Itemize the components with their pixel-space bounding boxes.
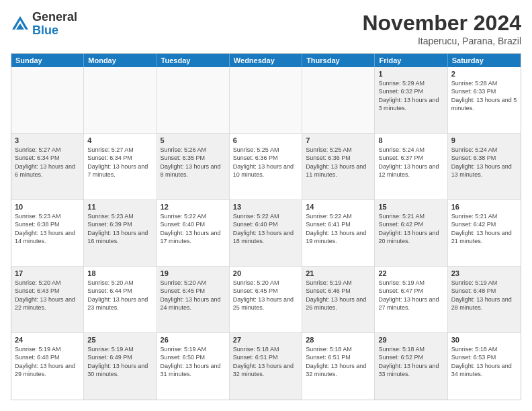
day-info: Sunrise: 5:20 AM Sunset: 6:45 PM Dayligh… (233, 279, 298, 312)
calendar-row: 3Sunrise: 5:27 AM Sunset: 6:34 PM Daylig… (11, 134, 521, 200)
calendar-cell: 28Sunrise: 5:18 AM Sunset: 6:51 PM Dayli… (302, 333, 375, 400)
day-number: 24 (15, 335, 80, 345)
day-of-week-header: Tuesday (157, 54, 230, 67)
title-block: November 2024 Itaperucu, Parana, Brazil (362, 11, 521, 46)
calendar-cell (230, 67, 302, 133)
calendar-cell: 19Sunrise: 5:20 AM Sunset: 6:45 PM Dayli… (157, 267, 230, 332)
day-info: Sunrise: 5:29 AM Sunset: 6:32 PM Dayligh… (378, 79, 443, 112)
day-number: 16 (451, 202, 517, 212)
day-number: 30 (451, 335, 517, 345)
calendar-cell: 14Sunrise: 5:22 AM Sunset: 6:41 PM Dayli… (302, 200, 375, 266)
calendar-cell: 23Sunrise: 5:19 AM Sunset: 6:48 PM Dayli… (448, 267, 521, 332)
calendar-cell: 1Sunrise: 5:29 AM Sunset: 6:32 PM Daylig… (375, 67, 447, 133)
day-info: Sunrise: 5:22 AM Sunset: 6:40 PM Dayligh… (233, 212, 298, 245)
calendar-cell (302, 67, 375, 133)
calendar-row: 1Sunrise: 5:29 AM Sunset: 6:32 PM Daylig… (11, 67, 521, 134)
calendar-cell: 18Sunrise: 5:20 AM Sunset: 6:44 PM Dayli… (84, 267, 157, 332)
day-number: 5 (161, 136, 226, 145)
calendar-cell: 3Sunrise: 5:27 AM Sunset: 6:34 PM Daylig… (11, 134, 84, 199)
day-info: Sunrise: 5:25 AM Sunset: 6:36 PM Dayligh… (233, 146, 298, 179)
day-info: Sunrise: 5:20 AM Sunset: 6:44 PM Dayligh… (87, 279, 152, 312)
day-info: Sunrise: 5:18 AM Sunset: 6:53 PM Dayligh… (451, 345, 517, 378)
day-number: 17 (15, 269, 80, 278)
day-info: Sunrise: 5:21 AM Sunset: 6:42 PM Dayligh… (451, 212, 517, 245)
calendar-row: 10Sunrise: 5:23 AM Sunset: 6:38 PM Dayli… (11, 200, 521, 267)
day-number: 2 (451, 69, 517, 79)
day-number: 6 (233, 136, 298, 145)
logo-icon (11, 15, 30, 34)
day-number: 23 (451, 269, 517, 278)
calendar-cell: 9Sunrise: 5:24 AM Sunset: 6:38 PM Daylig… (448, 134, 521, 199)
calendar-cell: 17Sunrise: 5:20 AM Sunset: 6:43 PM Dayli… (11, 267, 84, 332)
page: General Blue November 2024 Itaperucu, Pa… (0, 0, 532, 411)
day-number: 8 (378, 136, 443, 145)
calendar-body: 1Sunrise: 5:29 AM Sunset: 6:32 PM Daylig… (11, 67, 521, 400)
calendar-cell: 12Sunrise: 5:22 AM Sunset: 6:40 PM Dayli… (157, 200, 230, 266)
day-number: 1 (378, 69, 443, 79)
day-number: 3 (15, 136, 80, 145)
day-info: Sunrise: 5:18 AM Sunset: 6:51 PM Dayligh… (306, 345, 371, 378)
day-info: Sunrise: 5:24 AM Sunset: 6:37 PM Dayligh… (378, 146, 443, 179)
calendar-cell: 30Sunrise: 5:18 AM Sunset: 6:53 PM Dayli… (448, 333, 521, 400)
calendar: SundayMondayTuesdayWednesdayThursdayFrid… (11, 53, 521, 400)
calendar-cell: 6Sunrise: 5:25 AM Sunset: 6:36 PM Daylig… (230, 134, 302, 199)
day-info: Sunrise: 5:23 AM Sunset: 6:38 PM Dayligh… (15, 212, 80, 245)
day-number: 15 (378, 202, 443, 212)
calendar-row: 24Sunrise: 5:19 AM Sunset: 6:48 PM Dayli… (11, 333, 521, 400)
calendar-cell: 29Sunrise: 5:18 AM Sunset: 6:52 PM Dayli… (375, 333, 447, 400)
day-info: Sunrise: 5:24 AM Sunset: 6:38 PM Dayligh… (451, 146, 517, 179)
day-info: Sunrise: 5:18 AM Sunset: 6:51 PM Dayligh… (233, 345, 298, 378)
day-info: Sunrise: 5:19 AM Sunset: 6:49 PM Dayligh… (87, 345, 152, 378)
day-info: Sunrise: 5:20 AM Sunset: 6:43 PM Dayligh… (15, 279, 80, 312)
day-number: 29 (378, 335, 443, 345)
day-info: Sunrise: 5:21 AM Sunset: 6:42 PM Dayligh… (378, 212, 443, 245)
day-number: 21 (306, 269, 371, 278)
day-info: Sunrise: 5:19 AM Sunset: 6:46 PM Dayligh… (306, 279, 371, 312)
day-info: Sunrise: 5:26 AM Sunset: 6:35 PM Dayligh… (161, 146, 226, 179)
day-info: Sunrise: 5:19 AM Sunset: 6:48 PM Dayligh… (15, 345, 80, 378)
day-number: 19 (161, 269, 226, 278)
calendar-cell: 4Sunrise: 5:27 AM Sunset: 6:34 PM Daylig… (84, 134, 157, 199)
day-info: Sunrise: 5:19 AM Sunset: 6:48 PM Dayligh… (451, 279, 517, 312)
month-title: November 2024 (362, 11, 521, 36)
calendar-cell: 8Sunrise: 5:24 AM Sunset: 6:37 PM Daylig… (375, 134, 447, 199)
calendar-cell: 13Sunrise: 5:22 AM Sunset: 6:40 PM Dayli… (230, 200, 302, 266)
day-of-week-header: Friday (375, 54, 447, 67)
day-info: Sunrise: 5:18 AM Sunset: 6:52 PM Dayligh… (378, 345, 443, 378)
day-number: 26 (161, 335, 226, 345)
day-info: Sunrise: 5:28 AM Sunset: 6:33 PM Dayligh… (451, 79, 517, 112)
day-info: Sunrise: 5:22 AM Sunset: 6:40 PM Dayligh… (161, 212, 226, 245)
calendar-cell: 7Sunrise: 5:25 AM Sunset: 6:36 PM Daylig… (302, 134, 375, 199)
calendar-cell: 22Sunrise: 5:19 AM Sunset: 6:47 PM Dayli… (375, 267, 447, 332)
day-number: 14 (306, 202, 371, 212)
day-info: Sunrise: 5:20 AM Sunset: 6:45 PM Dayligh… (161, 279, 226, 312)
day-number: 22 (378, 269, 443, 278)
day-number: 7 (306, 136, 371, 145)
calendar-cell: 15Sunrise: 5:21 AM Sunset: 6:42 PM Dayli… (375, 200, 447, 266)
location: Itaperucu, Parana, Brazil (362, 36, 521, 46)
day-of-week-header: Thursday (302, 54, 375, 67)
calendar-cell: 20Sunrise: 5:20 AM Sunset: 6:45 PM Dayli… (230, 267, 302, 332)
calendar-cell: 21Sunrise: 5:19 AM Sunset: 6:46 PM Dayli… (302, 267, 375, 332)
day-number: 27 (233, 335, 298, 345)
calendar-cell: 26Sunrise: 5:19 AM Sunset: 6:50 PM Dayli… (157, 333, 230, 400)
day-number: 18 (87, 269, 152, 278)
calendar-cell (84, 67, 157, 133)
day-number: 13 (233, 202, 298, 212)
calendar-cell (157, 67, 230, 133)
calendar-cell: 27Sunrise: 5:18 AM Sunset: 6:51 PM Dayli… (230, 333, 302, 400)
day-number: 4 (87, 136, 152, 145)
day-info: Sunrise: 5:22 AM Sunset: 6:41 PM Dayligh… (306, 212, 371, 245)
day-info: Sunrise: 5:25 AM Sunset: 6:36 PM Dayligh… (306, 146, 371, 179)
calendar-cell: 25Sunrise: 5:19 AM Sunset: 6:49 PM Dayli… (84, 333, 157, 400)
day-info: Sunrise: 5:19 AM Sunset: 6:50 PM Dayligh… (161, 345, 226, 378)
day-of-week-header: Sunday (11, 54, 84, 67)
day-number: 9 (451, 136, 517, 145)
day-number: 10 (15, 202, 80, 212)
calendar-cell: 24Sunrise: 5:19 AM Sunset: 6:48 PM Dayli… (11, 333, 84, 400)
logo: General Blue (11, 11, 77, 38)
day-number: 20 (233, 269, 298, 278)
logo-general-text: General (32, 10, 77, 24)
day-info: Sunrise: 5:19 AM Sunset: 6:47 PM Dayligh… (378, 279, 443, 312)
logo-blue-text: Blue (32, 24, 58, 37)
